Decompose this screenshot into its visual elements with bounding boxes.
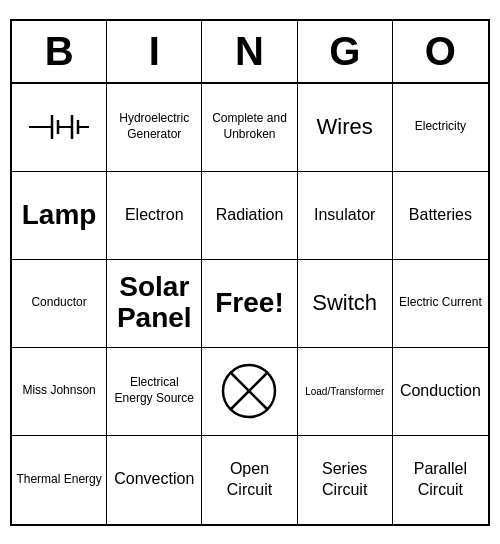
cell-r3c4: Switch: [298, 260, 393, 348]
cell-r1c3: Complete and Unbroken: [202, 84, 297, 172]
cell-r5c4: Series Circuit: [298, 436, 393, 524]
cell-text: Open Circuit: [206, 459, 292, 501]
cell-text: Insulator: [314, 205, 375, 226]
free-label: Free!: [215, 288, 283, 319]
cell-r3c5: Electric Current: [393, 260, 488, 348]
cell-r4c3: [202, 348, 297, 436]
cell-r5c1: Thermal Energy: [12, 436, 107, 524]
cell-r2c5: Batteries: [393, 172, 488, 260]
cell-r5c5: Parallel Circuit: [393, 436, 488, 524]
cell-text: Electron: [125, 205, 184, 226]
cell-r4c4: Load/Transformer: [298, 348, 393, 436]
cell-text: Switch: [312, 290, 377, 316]
cell-text: Solar Panel: [111, 272, 197, 334]
cell-text: Lamp: [22, 200, 97, 231]
cell-r2c3: Radiation: [202, 172, 297, 260]
cell-text: Parallel Circuit: [397, 459, 484, 501]
cell-r2c2: Electron: [107, 172, 202, 260]
cell-text: Wires: [317, 114, 373, 140]
bingo-letter-N: N: [202, 21, 297, 82]
cell-text: Conductor: [31, 295, 86, 311]
cell-text: Load/Transformer: [305, 385, 384, 398]
cell-r2c4: Insulator: [298, 172, 393, 260]
cell-r3c2: Solar Panel: [107, 260, 202, 348]
cell-r3c3: Free!: [202, 260, 297, 348]
cell-text: Batteries: [409, 205, 472, 226]
cell-r1c2: Hydroelectric Generator: [107, 84, 202, 172]
cell-r4c5: Conduction: [393, 348, 488, 436]
bingo-card: BINGO Hydroelectric GeneratorComplete an…: [10, 19, 490, 526]
cell-text: Hydroelectric Generator: [111, 111, 197, 142]
cell-text: Electric Current: [399, 295, 482, 311]
bingo-letter-I: I: [107, 21, 202, 82]
cell-text: Series Circuit: [302, 459, 388, 501]
bingo-letter-B: B: [12, 21, 107, 82]
cell-text: Miss Johnson: [22, 383, 95, 399]
cell-text: Electrical Energy Source: [111, 375, 197, 406]
bingo-letter-O: O: [393, 21, 488, 82]
cell-text: Thermal Energy: [16, 472, 101, 488]
cell-text: Conduction: [400, 381, 481, 402]
cell-text: Convection: [114, 469, 194, 490]
cell-r1c1: [12, 84, 107, 172]
cell-r1c4: Wires: [298, 84, 393, 172]
cell-text: Electricity: [415, 119, 466, 135]
cell-r5c3: Open Circuit: [202, 436, 297, 524]
bingo-header: BINGO: [12, 21, 488, 84]
circle-x-icon: [219, 361, 279, 421]
cell-r4c2: Electrical Energy Source: [107, 348, 202, 436]
cell-r3c1: Conductor: [12, 260, 107, 348]
cell-text: Radiation: [216, 205, 284, 226]
cell-r4c1: Miss Johnson: [12, 348, 107, 436]
bingo-grid: Hydroelectric GeneratorComplete and Unbr…: [12, 84, 488, 524]
cell-r2c1: Lamp: [12, 172, 107, 260]
cell-text: Complete and Unbroken: [206, 111, 292, 142]
bingo-letter-G: G: [298, 21, 393, 82]
cell-r5c2: Convection: [107, 436, 202, 524]
cell-r1c5: Electricity: [393, 84, 488, 172]
